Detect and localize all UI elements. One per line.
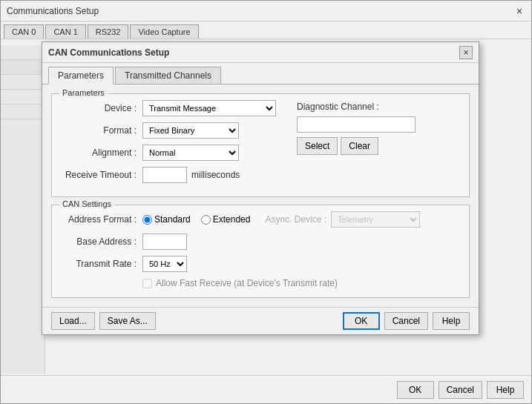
modal-tabbar: Parameters Transmitted Channels: [42, 63, 479, 85]
device-row: Device : Transmit Message: [61, 100, 297, 116]
extended-radio[interactable]: [201, 215, 211, 225]
fast-receive-row: Allow Fast Receive (at Device's Transmit…: [142, 278, 460, 288]
diagnostic-input[interactable]: [297, 116, 416, 133]
modal-close-button[interactable]: ×: [459, 46, 473, 59]
outer-cancel-button[interactable]: Cancel: [439, 381, 482, 399]
address-format-radio-group: Standard Extended: [142, 214, 250, 225]
format-label: Format :: [61, 125, 142, 136]
base-address-row: Base Address : 0F3: [61, 234, 460, 250]
parameters-group: Parameters Device : Transmit Message F: [51, 93, 470, 197]
save-as-button[interactable]: Save As...: [99, 312, 156, 330]
standard-radio[interactable]: [142, 215, 152, 225]
bg-sidebar-item: [1, 75, 45, 90]
milliseconds-label: milliseconds: [191, 170, 240, 180]
footer-left: Load... Save As...: [51, 312, 338, 330]
diagnostic-label: Diagnostic Channel :: [297, 102, 460, 112]
alignment-label: Alignment :: [61, 148, 142, 158]
bg-sidebar: [1, 45, 45, 374]
fast-receive-checkbox[interactable]: [142, 279, 152, 288]
outer-tab-can1[interactable]: CAN 1: [45, 24, 85, 39]
modal-body: Parameters Device : Transmit Message F: [42, 85, 479, 307]
modal-cancel-button[interactable]: Cancel: [384, 312, 428, 330]
params-right: Diagnostic Channel : Select Clear: [297, 100, 460, 189]
device-select[interactable]: Transmit Message: [142, 100, 276, 116]
bg-sidebar-item: [1, 90, 45, 105]
modal-titlebar: CAN Communications Setup ×: [42, 42, 479, 63]
can-settings-title: CAN Settings: [59, 199, 114, 208]
alignment-select[interactable]: Normal: [142, 145, 239, 161]
outer-title: Communications Setup: [7, 6, 99, 16]
extended-radio-item[interactable]: Extended: [201, 214, 251, 225]
params-left: Device : Transmit Message Format : Fixed…: [61, 100, 297, 189]
transmit-rate-label: Transmit Rate :: [61, 259, 142, 269]
load-button[interactable]: Load...: [51, 312, 95, 330]
outer-help-button[interactable]: Help: [487, 381, 524, 399]
transmit-rate-control: 50 Hz: [142, 256, 187, 272]
transmit-rate-row: Transmit Rate : 50 Hz: [61, 256, 460, 272]
extended-label: Extended: [213, 214, 251, 225]
parameters-group-title: Parameters: [59, 88, 108, 97]
standard-radio-item[interactable]: Standard: [142, 214, 191, 225]
modal-tab-transmitted-channels[interactable]: Transmitted Channels: [115, 67, 221, 84]
async-device-label: Async. Device :: [265, 214, 326, 225]
outer-close-button[interactable]: ×: [513, 5, 525, 17]
outer-ok-button[interactable]: OK: [397, 381, 434, 399]
bg-sidebar-item: [1, 60, 45, 75]
params-layout: Device : Transmit Message Format : Fixed…: [61, 100, 460, 189]
async-device-section: Async. Device : Telemetry: [265, 211, 420, 228]
bg-sidebar-item: [1, 45, 45, 60]
fast-receive-label: Allow Fast Receive (at Device's Transmit…: [156, 278, 338, 288]
address-format-row: Address Format : Standard Extended Async…: [61, 211, 460, 228]
standard-label: Standard: [154, 214, 191, 225]
outer-titlebar: Communications Setup ×: [1, 1, 531, 21]
outer-tab-rs232[interactable]: RS232: [88, 24, 129, 39]
timeout-row: Receive Timeout : 2200 milliseconds: [61, 167, 297, 183]
modal-help-button[interactable]: Help: [433, 312, 470, 330]
modal-tab-parameters[interactable]: Parameters: [48, 67, 114, 85]
device-label: Device :: [61, 103, 142, 113]
timeout-label: Receive Timeout :: [61, 170, 142, 180]
can-settings-group: CAN Settings Address Format : Standard E…: [51, 205, 470, 298]
bg-sidebar-item: [1, 105, 45, 119]
outer-window: Communications Setup × CAN 0 CAN 1 RS232…: [0, 0, 532, 404]
outer-tab-can0[interactable]: CAN 0: [4, 24, 44, 39]
format-select[interactable]: Fixed Binary: [142, 122, 239, 139]
select-button[interactable]: Select: [297, 137, 338, 155]
outer-footer: OK Cancel Help: [1, 375, 531, 403]
outer-tabbar: CAN 0 CAN 1 RS232 Video Capture: [1, 21, 531, 39]
outer-tab-video[interactable]: Video Capture: [130, 24, 198, 39]
transmit-rate-select[interactable]: 50 Hz: [142, 256, 187, 272]
clear-button[interactable]: Clear: [341, 137, 378, 155]
timeout-input[interactable]: 2200: [142, 167, 187, 183]
modal-dialog: CAN Communications Setup × Parameters Tr…: [42, 42, 479, 335]
modal-title: CAN Communications Setup: [48, 47, 169, 58]
diagnostic-buttons: Select Clear: [297, 137, 460, 155]
footer-right: OK Cancel Help: [343, 312, 470, 330]
format-row: Format : Fixed Binary: [61, 122, 297, 139]
base-address-label: Base Address :: [61, 236, 142, 247]
modal-footer: Load... Save As... OK Cancel Help: [42, 307, 479, 334]
base-address-input[interactable]: 0F3: [142, 234, 187, 250]
address-format-label: Address Format :: [61, 214, 142, 225]
alignment-row: Alignment : Normal: [61, 145, 297, 161]
modal-ok-button[interactable]: OK: [343, 312, 380, 330]
async-device-select: Telemetry: [331, 211, 420, 228]
